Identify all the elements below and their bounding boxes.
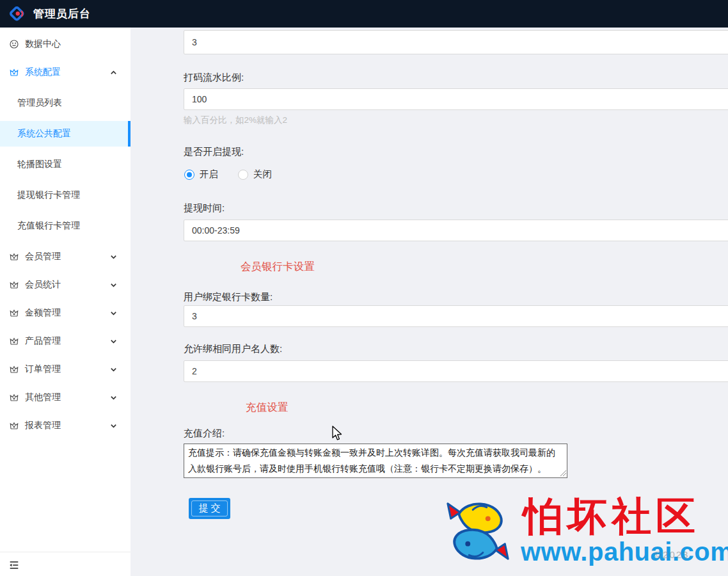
menu-fold-icon[interactable] (8, 560, 20, 570)
sidebar-item-label: 其他管理 (25, 392, 61, 403)
recharge-intro-label: 充值介绍: (184, 428, 728, 439)
daima-ratio-help: 输入百分比，如2%就输入2 (184, 115, 728, 126)
same-username-count-label: 允许绑相同用户名人数: (184, 343, 728, 355)
radio-off[interactable] (238, 170, 248, 180)
withdraw-time-input[interactable] (184, 220, 728, 241)
crown-icon (9, 364, 19, 374)
sidebar-item-report-management[interactable]: 报表管理 (0, 413, 131, 438)
sidebar-item-label: 系统配置 (25, 67, 61, 78)
sidebar-item-member-management[interactable]: 会员管理 (0, 244, 131, 269)
daima-ratio-label: 打码流水比例: (184, 72, 728, 83)
sidebar-item-label: 充值银行卡管理 (17, 220, 80, 232)
submit-button[interactable]: 提 交 (189, 498, 230, 519)
app-title: 管理员后台 (33, 6, 91, 21)
topbar: 管理员后台 (0, 0, 728, 28)
sidebar-item-system-config[interactable]: 系统配置 (0, 60, 131, 85)
daima-ratio-input[interactable] (184, 88, 728, 110)
sidebar-item-label: 会员统计 (25, 279, 61, 291)
radio-on[interactable] (184, 170, 194, 180)
section-recharge: 充值设置 (246, 401, 728, 415)
bind-card-count-label: 用户绑定银行卡数量: (184, 291, 728, 303)
sidebar-item-member-statistics[interactable]: 会员统计 (0, 272, 131, 298)
sidebar-item-label: 管理员列表 (17, 97, 62, 109)
chevron-down-icon (110, 394, 117, 401)
sidebar-item-recharge-bankcard[interactable]: 充值银行卡管理 (0, 213, 131, 239)
crown-icon (9, 67, 19, 77)
sidebar-item-carousel-settings[interactable]: 轮播图设置 (0, 152, 131, 177)
sidebar-item-amount-management[interactable]: 金额管理 (0, 300, 131, 326)
crown-icon (9, 392, 19, 403)
sidebar-item-label: 报表管理 (25, 420, 61, 431)
crown-icon (9, 420, 19, 431)
sidebar: 数据中心 系统配置 管理员列表 系统公共配置 轮播图设置 提现银行卡管理 充值银… (0, 28, 131, 576)
chevron-down-icon (110, 310, 117, 317)
sidebar-item-system-public-config[interactable]: 系统公共配置 (0, 121, 131, 147)
chevron-down-icon (110, 366, 117, 373)
radio-on-label: 开启 (200, 168, 218, 180)
sidebar-item-label: 提现银行卡管理 (17, 189, 80, 201)
bind-card-count-input[interactable] (184, 305, 728, 327)
crown-icon (9, 280, 19, 290)
crown-icon (9, 252, 19, 262)
sidebar-footer-divider (0, 552, 131, 573)
chevron-up-icon (110, 69, 117, 76)
sidebar-item-label: 订单管理 (25, 364, 61, 375)
system-public-config-form: 打码流水比例: 输入百分比，如2%就输入2 是否开启提现: 开启 关闭 提现时间… (131, 28, 728, 576)
recharge-intro-textarea[interactable]: 充值提示：请确保充值金额与转账金额一致并及时上次转账详图。每次充值请获取我司最新… (184, 444, 567, 478)
withdraw-time-label: 提现时间: (184, 202, 728, 214)
sidebar-item-label: 系统公共配置 (17, 128, 71, 140)
crown-icon (9, 336, 19, 346)
sidebar-item-other-management[interactable]: 其他管理 (0, 385, 131, 410)
same-username-count-input[interactable] (184, 360, 728, 382)
chevron-down-icon (110, 422, 117, 429)
sidebar-item-label: 数据中心 (25, 38, 61, 50)
sidebar-item-label: 产品管理 (25, 335, 61, 347)
chevron-down-icon (110, 282, 117, 289)
chevron-down-icon (110, 338, 117, 345)
sidebar-item-order-management[interactable]: 订单管理 (0, 356, 131, 382)
chevron-down-icon (110, 253, 117, 260)
sidebar-item-label: 轮播图设置 (17, 159, 62, 170)
sidebar-item-label: 会员管理 (25, 251, 61, 262)
sidebar-item-admin-list[interactable]: 管理员列表 (0, 90, 131, 116)
top-number-input[interactable] (184, 30, 728, 54)
crown-icon (9, 308, 19, 318)
withdraw-toggle-label: 是否开启提现: (184, 146, 728, 157)
gem-logo-icon (8, 4, 27, 24)
section-member-bankcard: 会员银行卡设置 (241, 260, 728, 274)
sidebar-item-withdraw-bankcard[interactable]: 提现银行卡管理 (0, 182, 131, 208)
sidebar-item-product-management[interactable]: 产品管理 (0, 328, 131, 354)
radio-off-label: 关闭 (253, 168, 272, 180)
sidebar-item-data-center[interactable]: 数据中心 (0, 31, 131, 57)
sidebar-item-label: 金额管理 (25, 307, 61, 319)
smile-icon (9, 39, 19, 49)
